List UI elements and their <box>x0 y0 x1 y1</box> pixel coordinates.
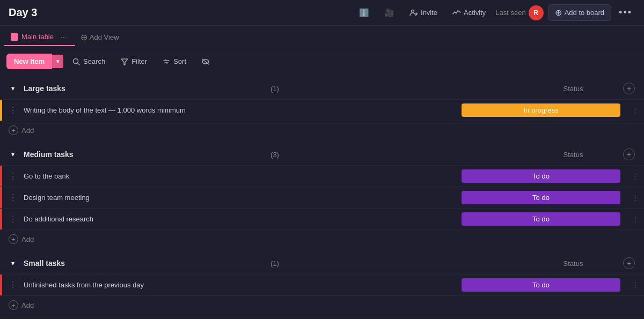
filter-button[interactable]: Filter <box>114 54 153 69</box>
add-column-button-large-tasks[interactable]: + <box>623 83 635 94</box>
svg-point-0 <box>412 10 414 12</box>
last-seen-label: Last seen <box>495 9 525 17</box>
activity-button[interactable]: Activity <box>447 6 491 20</box>
hide-icon <box>201 57 210 66</box>
info-button[interactable]: ℹ️ <box>354 5 375 20</box>
status-badge[interactable]: To do <box>462 278 620 292</box>
table-row[interactable]: ⋮ Do additional research To do ⋮ <box>0 208 644 229</box>
status-badge[interactable]: To do <box>462 169 620 183</box>
add-row-icon: + <box>9 234 18 244</box>
add-row-label: Add <box>21 235 34 243</box>
status-badge[interactable]: In progress <box>462 103 620 117</box>
hide-button[interactable] <box>195 54 216 69</box>
group-add-col-large-tasks: + <box>620 83 638 94</box>
add-view-plus-icon: ⊕ <box>80 32 87 42</box>
toolbar: New Item ▾ Search Filter Sort <box>0 49 644 73</box>
row-accent <box>0 275 2 295</box>
sort-button[interactable]: Sort <box>156 54 193 69</box>
row-accent <box>0 166 2 187</box>
search-label: Search <box>83 57 105 65</box>
tab-more-icon[interactable]: ··· <box>58 33 69 41</box>
search-button[interactable]: Search <box>65 54 112 69</box>
row-status-cell[interactable]: To do <box>455 188 627 207</box>
new-item-label: New Item <box>6 54 52 69</box>
row-text: Go to the bank <box>17 167 455 186</box>
row-accent <box>0 187 2 208</box>
row-accent <box>0 100 2 121</box>
row-more-icon[interactable]: ⋮ <box>632 173 639 180</box>
row-status-cell[interactable]: To do <box>455 275 627 295</box>
avatar: R <box>529 5 544 20</box>
row-actions: ⋮ <box>627 107 644 114</box>
drag-handle[interactable]: ⋮ <box>0 280 17 290</box>
table-icon <box>11 33 18 41</box>
search-icon <box>72 57 80 66</box>
group-header-small-tasks[interactable]: ▾ Small tasks (1) Status + <box>0 253 644 274</box>
group-medium-tasks: ▾ Medium tasks (3) Status + ⋮ Go to the … <box>0 144 644 248</box>
camera-button[interactable]: 🎥 <box>379 5 400 20</box>
row-status-cell[interactable]: To do <box>455 209 627 229</box>
row-more-icon[interactable]: ⋮ <box>632 216 639 223</box>
filter-label: Filter <box>131 57 147 65</box>
more-options-button[interactable]: ••• <box>616 5 635 20</box>
row-status-cell[interactable]: In progress <box>455 100 627 120</box>
group-status-col-small-tasks: Status <box>530 259 616 268</box>
add-to-board-button[interactable]: ⊕ Add to board <box>548 4 611 21</box>
main-table-tab[interactable]: Main table ··· <box>4 28 75 46</box>
add-row-small-tasks[interactable]: + Add <box>0 295 644 314</box>
drag-handle[interactable]: ⋮ <box>0 214 17 224</box>
main-table-label: Main table <box>21 33 54 41</box>
group-status-col-medium-tasks: Status <box>530 151 616 159</box>
group-toggle-small-tasks[interactable]: ▾ <box>6 257 19 270</box>
add-column-button-small-tasks[interactable]: + <box>623 257 635 269</box>
row-text: Writing the body of the text — 1,000 wor… <box>17 101 455 120</box>
activity-icon <box>452 9 461 17</box>
table-row[interactable]: ⋮ Unfinished tasks from the previous day… <box>0 274 644 295</box>
drag-handle[interactable]: ⋮ <box>0 192 17 203</box>
add-view-label: Add View <box>90 33 119 41</box>
add-circle-icon: ⊕ <box>555 8 562 18</box>
invite-label: Invite <box>421 9 437 17</box>
new-item-button[interactable]: New Item ▾ <box>6 54 63 69</box>
sort-icon <box>162 57 171 66</box>
group-header-large-tasks[interactable]: ▾ Large tasks (1) Status + <box>0 78 644 99</box>
group-add-col-medium-tasks: + <box>620 149 638 160</box>
row-text: Design team meeting <box>17 188 455 207</box>
header-right: ℹ️ 🎥 Invite Activity Last seen R ⊕ <box>354 4 635 21</box>
filter-icon <box>120 57 129 66</box>
group-title-medium-tasks: Medium tasks <box>24 150 266 159</box>
camera-icon: 🎥 <box>384 8 394 18</box>
table-row[interactable]: ⋮ Design team meeting To do ⋮ <box>0 187 644 208</box>
group-toggle-large-tasks[interactable]: ▾ <box>6 82 19 95</box>
row-more-icon[interactable]: ⋮ <box>632 194 639 202</box>
row-accent <box>0 209 2 229</box>
new-item-dropdown-arrow[interactable]: ▾ <box>52 55 63 68</box>
group-small-tasks: ▾ Small tasks (1) Status + ⋮ Unfinished … <box>0 253 644 314</box>
add-row-label: Add <box>21 301 34 309</box>
add-column-button-medium-tasks[interactable]: + <box>623 149 635 160</box>
tab-bar: Main table ··· ⊕ Add View <box>0 26 644 49</box>
row-text: Unfinished tasks from the previous day <box>17 276 455 294</box>
group-status-col-large-tasks: Status <box>530 85 616 93</box>
status-badge[interactable]: To do <box>462 191 620 204</box>
add-row-medium-tasks[interactable]: + Add <box>0 229 644 248</box>
row-more-icon[interactable]: ⋮ <box>632 107 639 114</box>
add-row-large-tasks[interactable]: + Add <box>0 121 644 139</box>
sort-label: Sort <box>173 57 186 65</box>
row-status-cell[interactable]: To do <box>455 166 627 186</box>
add-view-button[interactable]: ⊕ Add View <box>75 29 125 46</box>
status-badge[interactable]: To do <box>462 212 620 226</box>
group-header-medium-tasks[interactable]: ▾ Medium tasks (3) Status + <box>0 144 644 165</box>
invite-button[interactable]: Invite <box>404 6 443 20</box>
row-more-icon[interactable]: ⋮ <box>632 281 639 289</box>
group-toggle-medium-tasks[interactable]: ▾ <box>6 148 19 161</box>
drag-handle[interactable]: ⋮ <box>0 171 17 181</box>
row-actions: ⋮ <box>627 216 644 223</box>
drag-handle[interactable]: ⋮ <box>0 105 17 115</box>
group-add-col-small-tasks: + <box>620 257 638 269</box>
group-title-large-tasks: Large tasks <box>24 84 266 93</box>
table-row[interactable]: ⋮ Writing the body of the text — 1,000 w… <box>0 99 644 121</box>
svg-line-4 <box>78 63 80 65</box>
table-row[interactable]: ⋮ Go to the bank To do ⋮ <box>0 165 644 187</box>
page-title: Day 3 <box>9 6 37 19</box>
